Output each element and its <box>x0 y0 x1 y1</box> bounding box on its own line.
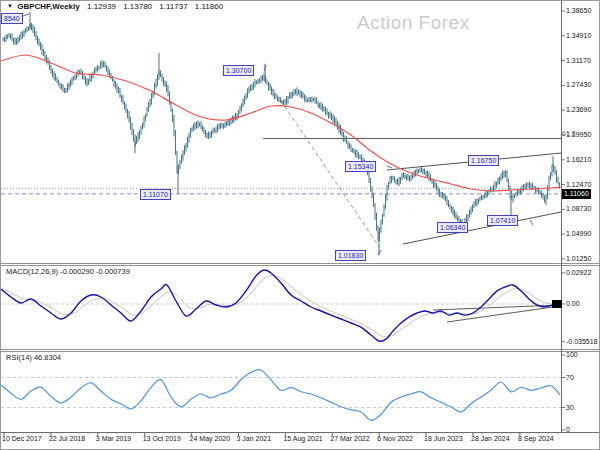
ohlc-high: 1.13780 <box>123 2 152 11</box>
rsi-axis-label: 30 <box>566 404 574 412</box>
lower-trendline[interactable] <box>403 212 561 244</box>
price-axis-label: 1.31170 <box>566 57 591 65</box>
annotation-connector <box>23 14 29 16</box>
price-axis-label: 1.38650 <box>566 7 591 15</box>
date-axis-label: 10 Dec 2017 <box>2 435 42 443</box>
date-axis-label: 6 Nov 2022 <box>377 435 413 443</box>
symbol-timeframe-label: GBPCHF,Weekly <box>17 2 80 11</box>
rsi-panel-label: RSI(14) 46.8304 <box>6 353 61 362</box>
date-axis-label: 8 Sep 2024 <box>518 435 554 443</box>
ohlc-open: 1.12939 <box>87 2 116 11</box>
price-annotation-1.06340[interactable]: 1.06340 <box>437 222 468 233</box>
chart-header: ▼ GBPCHF,Weekly 1.12939 1.13780 1.11737 … <box>7 2 223 11</box>
price-annotation-1.16750[interactable]: 1.16750 <box>468 155 499 166</box>
annotation-connector <box>530 220 533 225</box>
date-axis-label: 27 Mar 2022 <box>330 435 369 443</box>
price-axis-label: 1.04990 <box>566 230 591 238</box>
price-axis-label: 1.23690 <box>566 106 591 114</box>
date-axis-label: 24 May 2020 <box>190 435 230 443</box>
macd-axis-label: -0.035518 <box>566 338 598 346</box>
price-axis-label: 1.27430 <box>566 81 591 89</box>
date-axis-label: 18 Jun 2023 <box>424 435 463 443</box>
rsi-axis-label: 70 <box>566 374 574 382</box>
price-axis-label: 1.34910 <box>566 32 591 40</box>
price-annotation-1.30700[interactable]: 1.30700 <box>223 65 254 76</box>
price-axis-label: 1.08730 <box>566 205 591 213</box>
price-axis-label: 1.16210 <box>566 156 591 164</box>
price-annotation-8540[interactable]: 8540 <box>1 13 23 24</box>
price-axis-label: 1.01250 <box>566 255 591 263</box>
macd-axis-label: 0.02922 <box>566 269 591 277</box>
date-axis-label: 3 Jan 2021 <box>237 435 272 443</box>
rsi-axis-label: 0 <box>566 426 570 434</box>
macd-current-value-marker <box>552 300 562 308</box>
date-axis-label: 15 Aug 2021 <box>283 435 322 443</box>
macd-signal-line <box>1 276 559 337</box>
trading-chart-window: Action Forex ▼ GBPCHF,Weekly 1.12939 1.1… <box>0 0 600 450</box>
moving-average-line <box>1 55 561 191</box>
price-annotation-1.11070[interactable]: 1.11070 <box>140 189 171 200</box>
macd-axis-label: 0.00 <box>566 300 580 308</box>
date-axis-label: 22 Jul 2018 <box>49 435 85 443</box>
ohlc-close: 1.11860 <box>195 2 223 11</box>
fib-ratio-label: 61.8 <box>562 130 576 138</box>
date-axis-label: 28 Jan 2024 <box>471 435 510 443</box>
date-axis-label: 13 Oct 2019 <box>143 435 181 443</box>
price-axis-label: 1.12470 <box>566 181 591 189</box>
ohlc-low: 1.11737 <box>159 2 187 11</box>
current-price-tag: 1.11060 <box>562 189 591 199</box>
date-axis-label: 3 Mar 2019 <box>96 435 131 443</box>
price-annotation-1.15340[interactable]: 1.15340 <box>345 161 376 172</box>
symbol-dropdown-icon[interactable]: ▼ <box>7 3 13 9</box>
rsi-axis-label: 100 <box>566 351 578 359</box>
macd-panel-label: MACD(12,26,9) -0.000290 -0.000739 <box>6 267 130 276</box>
price-annotation-1.01830[interactable]: 1.01830 <box>335 250 366 261</box>
price-annotation-1.07410[interactable]: 1.07410 <box>487 215 518 226</box>
annotation-connector <box>387 166 392 168</box>
candlestick-series <box>3 23 560 242</box>
